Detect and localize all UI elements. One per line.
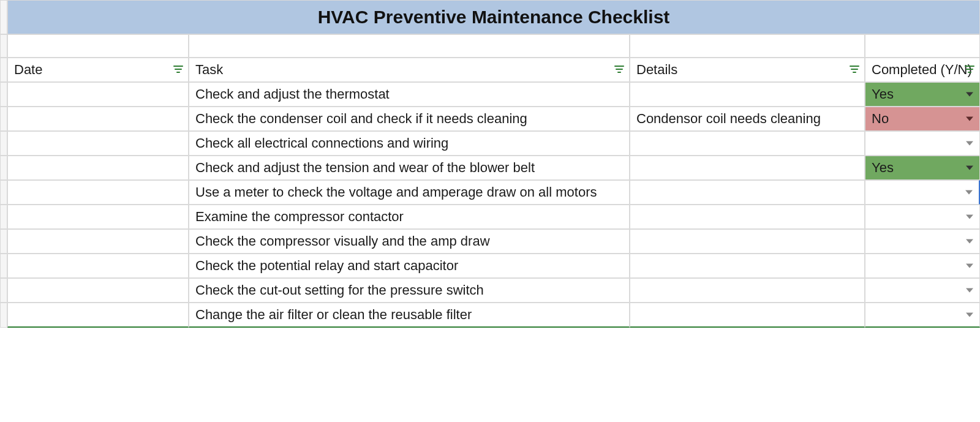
date-cell[interactable] [7, 156, 189, 180]
details-cell[interactable] [630, 278, 865, 303]
date-cell[interactable] [7, 278, 189, 303]
task-cell[interactable]: Check and adjust the thermostat [189, 82, 630, 107]
completed-dropdown[interactable] [865, 205, 980, 229]
column-header-label: Date [14, 62, 42, 78]
blank-cell[interactable] [7, 34, 189, 58]
chevron-down-icon [966, 141, 973, 146]
filter-icon[interactable] [173, 66, 183, 74]
details-cell[interactable] [630, 303, 865, 328]
details-cell[interactable] [630, 205, 865, 229]
filter-icon[interactable] [965, 66, 974, 74]
column-header-completed[interactable]: Completed (Y/N) [865, 58, 980, 82]
sheet-title: HVAC Preventive Maintenance Checklist [7, 0, 980, 34]
completed-value: Yes [872, 160, 894, 176]
date-cell[interactable] [7, 229, 189, 254]
task-cell[interactable]: Check the potential relay and start capa… [189, 254, 630, 278]
task-cell[interactable]: Check and adjust the tension and wear of… [189, 156, 630, 180]
date-cell[interactable] [7, 303, 189, 328]
completed-dropdown[interactable] [865, 278, 980, 303]
task-cell[interactable]: Check all electrical connections and wir… [189, 131, 630, 156]
chevron-down-icon [966, 264, 973, 268]
blank-cell[interactable] [630, 34, 865, 58]
task-cell[interactable]: Use a meter to check the voltage and amp… [189, 180, 630, 205]
column-header-label: Completed (Y/N) [872, 62, 972, 78]
date-cell[interactable] [7, 107, 189, 131]
details-cell[interactable]: Condensor coil needs cleaning [630, 107, 865, 131]
date-cell[interactable] [7, 180, 189, 205]
task-cell[interactable]: Check the condenser coil and check if it… [189, 107, 630, 131]
chevron-down-icon [966, 117, 973, 121]
chevron-down-icon [966, 166, 973, 170]
completed-dropdown[interactable]: No [865, 107, 980, 131]
column-header-date[interactable]: Date [7, 58, 189, 82]
column-header-task[interactable]: Task [189, 58, 630, 82]
column-header-label: Task [195, 62, 223, 78]
chevron-down-icon [966, 215, 973, 219]
details-cell[interactable] [630, 229, 865, 254]
details-cell[interactable] [630, 131, 865, 156]
blank-cell[interactable] [865, 34, 980, 58]
completed-dropdown[interactable] [865, 180, 980, 205]
details-cell[interactable] [630, 254, 865, 278]
task-cell[interactable]: Change the air filter or clean the reusa… [189, 303, 630, 328]
task-cell[interactable]: Check the compressor visually and the am… [189, 229, 630, 254]
details-cell[interactable] [630, 180, 865, 205]
date-cell[interactable] [7, 82, 189, 107]
task-cell[interactable]: Examine the compressor contactor [189, 205, 630, 229]
date-cell[interactable] [7, 131, 189, 156]
completed-dropdown[interactable]: Yes [865, 82, 980, 107]
column-header-label: Details [636, 62, 677, 78]
completed-dropdown[interactable] [865, 131, 980, 156]
completed-value: No [872, 111, 889, 127]
completed-value: Yes [872, 86, 894, 102]
blank-cell[interactable] [189, 34, 630, 58]
filter-icon[interactable] [850, 66, 859, 74]
completed-dropdown[interactable]: Yes [865, 156, 980, 180]
chevron-down-icon [965, 190, 973, 195]
completed-dropdown[interactable] [865, 229, 980, 254]
details-cell[interactable] [630, 156, 865, 180]
task-cell[interactable]: Check the cut-out setting for the pressu… [189, 278, 630, 303]
filter-icon[interactable] [614, 66, 624, 74]
chevron-down-icon [966, 288, 973, 293]
column-header-details[interactable]: Details [630, 58, 865, 82]
details-cell[interactable] [630, 82, 865, 107]
completed-dropdown[interactable] [865, 254, 980, 278]
date-cell[interactable] [7, 254, 189, 278]
chevron-down-icon [966, 92, 973, 97]
chevron-down-icon [966, 239, 973, 244]
completed-dropdown[interactable] [865, 303, 980, 328]
date-cell[interactable] [7, 205, 189, 229]
chevron-down-icon [966, 313, 973, 317]
